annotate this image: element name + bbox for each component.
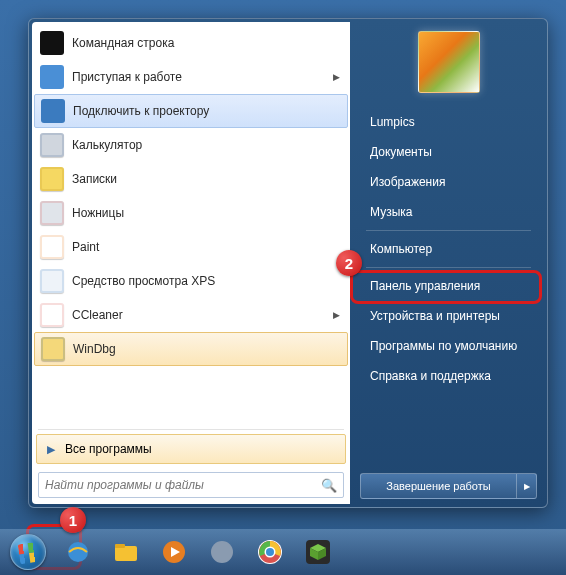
taskbar-media-player[interactable] [152,534,196,570]
program-label: WinDbg [73,342,116,356]
user-picture[interactable] [418,31,480,93]
shutdown-label: Завершение работы [386,480,490,492]
program-item[interactable]: CCleaner▶ [34,298,348,332]
ie-icon [64,538,92,566]
program-icon [40,65,64,89]
badge-2: 2 [336,250,362,276]
taskbar-app-2[interactable] [296,534,340,570]
program-item[interactable]: Записки [34,162,348,196]
folder-icon [112,538,140,566]
taskbar-app-1[interactable] [200,534,244,570]
program-label: Paint [72,240,99,254]
start-menu: Командная строкаПриступая к работе▶Подкл… [28,18,548,508]
right-panel-item[interactable]: Панель управления [360,271,537,301]
svg-rect-1 [115,546,137,561]
program-icon [40,133,64,157]
start-menu-right-panel: LumpicsДокументыИзображенияМузыкаКомпьют… [350,19,547,507]
program-icon [40,167,64,191]
program-icon [40,303,64,327]
program-icon [40,31,64,55]
right-panel-item[interactable]: Программы по умолчанию [360,331,537,361]
program-icon [40,201,64,225]
arrow-right-icon: ▶ [47,443,55,456]
all-programs-label: Все программы [65,442,152,456]
expand-arrow-icon: ▶ [333,310,340,320]
program-label: Калькулятор [72,138,142,152]
chrome-icon [256,538,284,566]
cube-app-icon [304,538,332,566]
shutdown-group: Завершение работы ▶ [360,473,537,499]
right-panel-item[interactable]: Музыка [360,197,537,227]
program-icon [41,99,65,123]
program-icon [40,235,64,259]
shutdown-options-button[interactable]: ▶ [517,473,537,499]
svg-point-0 [68,542,88,562]
program-icon [41,337,65,361]
taskbar [0,529,566,575]
program-item[interactable]: Калькулятор [34,128,348,162]
start-button[interactable] [4,532,52,572]
search-icon: 🔍 [321,478,337,493]
program-label: Средство просмотра XPS [72,274,215,288]
program-item[interactable]: Приступая к работе▶ [34,60,348,94]
program-icon [40,269,64,293]
right-panel-item[interactable]: Компьютер [360,234,537,264]
program-label: Записки [72,172,117,186]
taskbar-chrome[interactable] [248,534,292,570]
program-label: Приступая к работе [72,70,182,84]
program-item[interactable]: Средство просмотра XPS [34,264,348,298]
taskbar-explorer[interactable] [104,534,148,570]
program-item[interactable]: Подключить к проектору [34,94,348,128]
program-item[interactable]: Paint [34,230,348,264]
right-panel-item[interactable]: Документы [360,137,537,167]
all-programs-button[interactable]: ▶ Все программы [36,434,346,464]
taskbar-ie[interactable] [56,534,100,570]
windows-orb-icon [10,534,46,570]
program-label: Ножницы [72,206,124,220]
programs-list: Командная строкаПриступая к работе▶Подкл… [32,22,350,427]
program-item[interactable]: Командная строка [34,26,348,60]
start-menu-left-panel: Командная строкаПриступая к работе▶Подкл… [32,22,350,504]
shutdown-button[interactable]: Завершение работы [360,473,517,499]
program-item[interactable]: Ножницы [34,196,348,230]
expand-arrow-icon: ▶ [333,72,340,82]
generic-app-icon [208,538,236,566]
svg-rect-2 [115,544,125,548]
separator [366,267,531,268]
right-panel-item[interactable]: Устройства и принтеры [360,301,537,331]
search-input[interactable] [45,478,321,492]
right-panel-item[interactable]: Изображения [360,167,537,197]
right-panel-item[interactable]: Справка и поддержка [360,361,537,391]
search-box[interactable]: 🔍 [38,472,344,498]
program-label: Подключить к проектору [73,104,209,118]
badge-1: 1 [60,507,86,533]
program-label: CCleaner [72,308,123,322]
program-label: Командная строка [72,36,174,50]
svg-point-5 [211,541,233,563]
svg-point-9 [266,548,274,556]
right-panel-item[interactable]: Lumpics [360,107,537,137]
separator [38,429,344,430]
program-item[interactable]: WinDbg [34,332,348,366]
separator [366,230,531,231]
media-player-icon [160,538,188,566]
